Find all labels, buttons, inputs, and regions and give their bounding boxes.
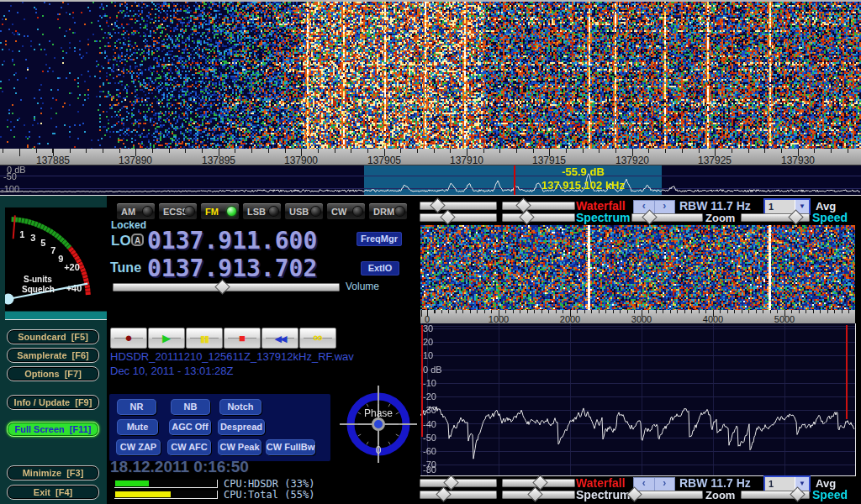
options-button[interactable]: Options[F7] (7, 366, 99, 381)
mode-led (227, 207, 236, 216)
full-screen-button[interactable]: Full Screen[F11] (7, 422, 99, 437)
loop-button[interactable]: ∞ (299, 328, 336, 349)
cw-afc-button[interactable]: CW AFC (167, 439, 211, 455)
mode-button-ecss[interactable]: ECSS (158, 202, 198, 220)
zoom-slider[interactable] (631, 491, 703, 499)
despread-button[interactable]: Despread (218, 419, 265, 435)
lo-auto-lock-button[interactable]: A (131, 234, 144, 246)
mode-button-am[interactable]: AM (116, 202, 156, 220)
cw-peak-button[interactable]: CW Peak (218, 439, 261, 455)
zoom-label: Zoom (705, 490, 735, 501)
rf-scale-minor-ticks (0, 149, 861, 153)
avg-select[interactable]: 1 ▼ (763, 475, 811, 492)
mode-button-usb[interactable]: USB (284, 202, 324, 220)
record-button[interactable]: ● (110, 328, 147, 349)
mode-led (269, 207, 278, 216)
stop-button[interactable]: ■ (224, 328, 261, 349)
exit-button[interactable]: Exit[F4] (7, 485, 99, 500)
s-meter[interactable] (5, 207, 107, 311)
freqmgr-button[interactable]: FreqMgr (357, 232, 402, 246)
rewind-button[interactable]: ◀◀ (261, 328, 298, 349)
dsp-panel: NR NB Notch Mute AGC Off Despread CW ZAP… (109, 394, 330, 461)
mode-led (143, 207, 152, 216)
cw-fullbw-button[interactable]: CW FullBw (266, 439, 315, 455)
rewind-icon: ◀◀ (275, 333, 286, 344)
nb-button[interactable]: NB (171, 399, 210, 415)
loop-icon: ∞ (313, 330, 322, 344)
af-frequency-scale[interactable]: 0 1000 2000 3000 4000 5000 (420, 310, 855, 323)
spectrum-offset-slider[interactable] (502, 491, 575, 499)
rf-waterfall-display[interactable] (0, 0, 861, 149)
rf-freq-tick: 137895 (202, 155, 235, 166)
pause-button[interactable]: ▮▮ (186, 328, 223, 349)
left-panel: S-units Squelch Soundcard[F5] Samplerate… (0, 196, 107, 504)
lo-frequency-display[interactable]: 0137.911.600 (147, 227, 317, 255)
avg-select[interactable]: 1 ▼ (763, 198, 811, 215)
zoom-slider[interactable] (631, 213, 703, 222)
volume-slider[interactable] (113, 283, 340, 291)
tune-label: Tune (110, 260, 141, 276)
minimize-button[interactable]: Minimize[F3] (7, 465, 99, 480)
tune-frequency-display[interactable]: 0137.913.702 (147, 255, 317, 282)
spectrum-range-slider[interactable] (420, 491, 497, 499)
soundcard-button[interactable]: Soundcard[F5] (7, 329, 99, 344)
stop-icon: ■ (239, 332, 246, 344)
rbw-spinner[interactable]: ‹ › (633, 200, 675, 214)
mute-button[interactable]: Mute (117, 419, 158, 435)
af-db-label: -20 (423, 392, 436, 402)
rf-freq-tick: 137900 (284, 155, 318, 166)
spectrum-label: Spectrum (576, 490, 631, 501)
info-update-button[interactable]: Info / Update[F9] (7, 395, 99, 410)
spectrum-offset-slider[interactable] (502, 213, 575, 222)
speed-slider[interactable] (741, 491, 810, 499)
spectrum-range-slider[interactable] (420, 213, 497, 222)
slider-thumb[interactable] (430, 197, 445, 213)
rf-freq-tick: 137885 (36, 155, 70, 166)
af-db-label: 0 dB (423, 365, 442, 375)
cpu-hdsdr-bar (114, 480, 218, 488)
rf-spectrum-display[interactable]: 0 dB -50 -100 -55.9 dB 137.915.102 kHz (0, 165, 861, 196)
mode-button-drm[interactable]: DRM (368, 202, 408, 220)
rbw-spinner[interactable]: ‹ › (633, 477, 675, 491)
cursor-readout: -55.9 dB 137.915.102 kHz (501, 165, 665, 192)
rf-freq-tick: 137920 (615, 155, 649, 166)
af-spectrum-display[interactable]: 30 20 10 0 dB -10 -20 -30 -40 -50 -60 -7… (420, 323, 856, 476)
af-db-label: 30 (423, 324, 433, 333)
waterfall-contrast-slider[interactable] (502, 479, 575, 487)
nr-button[interactable]: NR (117, 399, 156, 415)
slider-thumb[interactable] (441, 209, 456, 224)
rbw-label: RBW 11.7 Hz (679, 201, 751, 212)
cpu-hdsdr-fill (115, 480, 149, 486)
spin-right-icon[interactable]: › (654, 478, 675, 491)
waterfall-contrast-slider[interactable] (502, 202, 575, 210)
mode-button-fm[interactable]: FM (200, 202, 240, 220)
rf-freq-tick: 137930 (781, 155, 815, 166)
af-waterfall-display[interactable] (420, 225, 855, 310)
af-db-label: -30 (423, 406, 436, 415)
mode-button-cw[interactable]: CW (326, 202, 366, 220)
spin-right-icon[interactable]: › (654, 201, 675, 213)
cpu-total-text: CPU:Total (55%) (224, 490, 314, 500)
notch-button[interactable]: Notch (219, 399, 261, 415)
play-button[interactable]: ▶ (148, 328, 185, 349)
avg-select-value: 1 (765, 477, 795, 491)
clock-display: 18.12.2011 0:16:50 (110, 458, 249, 476)
waterfall-brightness-slider[interactable] (420, 202, 497, 210)
mode-button-lsb[interactable]: LSB (242, 202, 282, 220)
rf-freq-tick: 137915 (532, 155, 566, 166)
waterfall-brightness-slider[interactable] (420, 479, 497, 487)
af-db-label: 20 (423, 338, 433, 347)
rf-freq-tick: 137890 (119, 155, 152, 166)
smeter-squelch-label: Squelch (22, 285, 55, 294)
extio-button[interactable]: ExtIO (361, 261, 399, 276)
lo-locked-label: Locked (111, 219, 146, 231)
agc-button[interactable]: AGC Off (169, 419, 211, 435)
phase-label: Phase (364, 407, 393, 419)
mode-led (311, 207, 320, 216)
af-db-label: -60 (423, 447, 436, 456)
samplerate-button[interactable]: Samplerate[F6] (7, 348, 99, 363)
speed-slider[interactable] (741, 213, 810, 222)
cw-zap-button[interactable]: CW ZAP (116, 439, 161, 455)
rf-frequency-scale[interactable]: 137885 137890 137895 137900 137905 13791… (0, 149, 861, 165)
af-scale-minor-ticks (420, 310, 855, 313)
